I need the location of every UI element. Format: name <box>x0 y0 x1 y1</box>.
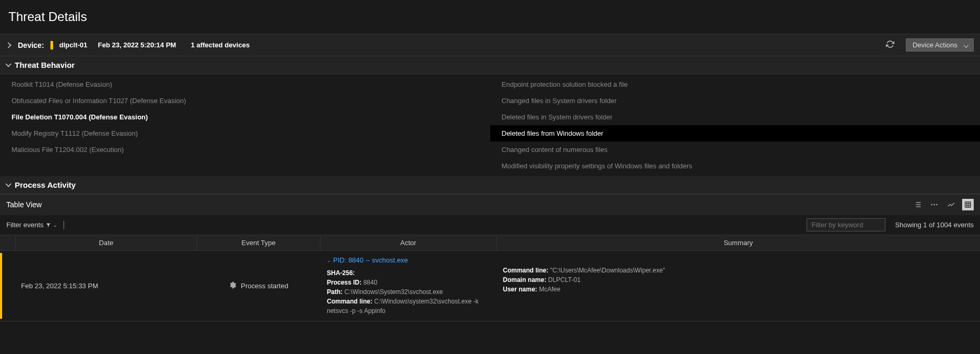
device-label: Device: <box>18 41 44 49</box>
chevron-right-icon[interactable] <box>5 42 11 48</box>
affected-devices[interactable]: 1 affected devices <box>191 41 250 49</box>
threat-behavior-item[interactable]: Endpoint protection solution blocked a f… <box>490 76 981 93</box>
device-actions-button[interactable]: Device Actions <box>906 38 974 52</box>
expand-column <box>0 235 16 250</box>
list-view-icon[interactable] <box>912 199 923 210</box>
actor-sha: SHA-256: <box>327 268 490 278</box>
table-header: Date Event Type Actor Summary <box>0 235 980 251</box>
threat-technique-item[interactable]: Malicious File T1204.002 (Execution) <box>0 141 490 158</box>
row-date: Feb 23, 2022 5:15:33 PM <box>5 251 197 321</box>
threat-behavior-item[interactable]: Modified visibility property settings of… <box>490 158 981 174</box>
threat-technique-item[interactable]: Rootkit T1014 (Defense Evasion) <box>0 76 490 93</box>
table-view-bar: Table View <box>0 194 980 215</box>
actor-cmd: Command line: C:\Windows\system32\svchos… <box>327 297 490 316</box>
threat-behavior-title: Threat Behavior <box>15 60 75 69</box>
filter-events-button[interactable]: Filter events ⌄ <box>6 221 57 229</box>
severity-indicator <box>50 41 53 49</box>
row-summary: Command line: "C:\Users\McAfee\Downloads… <box>497 251 980 321</box>
device-timestamp: Feb 23, 2022 5:20:14 PM <box>98 41 176 49</box>
actor-pid: Process ID: 8840 <box>327 278 490 287</box>
date-column-header[interactable]: Date <box>16 235 197 250</box>
gear-icon <box>229 281 236 290</box>
filter-bar: Filter events ⌄ Showing 1 of 1004 events <box>0 215 980 235</box>
process-activity-title: Process Activity <box>15 180 76 189</box>
device-bar: Device: dlpclt-01 Feb 23, 2022 5:20:14 P… <box>0 34 980 56</box>
threat-technique-item[interactable]: Modify Registry T1112 (Defense Evasion) <box>0 125 490 141</box>
refresh-icon[interactable] <box>886 40 894 50</box>
process-activity-header[interactable]: Process Activity <box>0 176 980 194</box>
actor-path: Path: C:\Windows\System32\svchost.exe <box>327 287 490 297</box>
graph-view-icon[interactable] <box>945 199 957 210</box>
summary-column-header[interactable]: Summary <box>497 235 980 250</box>
text-cursor <box>64 221 64 229</box>
table-row[interactable]: Feb 23, 2022 5:15:33 PM Process started … <box>0 251 980 321</box>
actor-column-header[interactable]: Actor <box>321 235 497 250</box>
pid-link-text: PID: 8840 -- svchost.exe <box>333 256 408 264</box>
chevron-down-icon <box>5 61 11 67</box>
more-icon[interactable] <box>929 199 940 210</box>
threat-techniques-list: Rootkit T1014 (Defense Evasion)Obfuscate… <box>0 74 490 176</box>
row-severity-marker <box>0 253 5 319</box>
filter-icon <box>46 222 51 228</box>
chevron-down-icon <box>5 181 11 187</box>
filter-keyword-input[interactable] <box>807 218 885 231</box>
threat-technique-item[interactable]: File Deletion T1070.004 (Defense Evasion… <box>0 109 490 125</box>
table-view-label: Table View <box>6 200 42 209</box>
threat-behavior-item[interactable]: Deleted files in System drivers folder <box>490 109 981 125</box>
chevron-down-icon: ⌄ <box>327 258 331 263</box>
pid-link[interactable]: ⌄ PID: 8840 -- svchost.exe <box>327 256 490 264</box>
page-title: Threat Details <box>0 0 980 34</box>
svg-point-6 <box>931 204 933 206</box>
device-name[interactable]: dlpclt-01 <box>59 41 87 49</box>
threat-behavior-item[interactable]: Deleted files from Windows folder <box>490 125 981 141</box>
svg-point-8 <box>936 204 937 206</box>
row-actor: ⌄ PID: 8840 -- svchost.exe SHA-256: Proc… <box>321 251 497 321</box>
event-type-column-header[interactable]: Event Type <box>197 235 321 250</box>
threat-behavior-item[interactable]: Changed files in System drivers folder <box>490 93 981 109</box>
summary-cmd: Command line: "C:\Users\McAfee\Downloads… <box>503 266 974 275</box>
summary-user: User name: McAfee <box>503 285 974 294</box>
svg-rect-9 <box>965 202 971 208</box>
threat-behavior-body: Rootkit T1014 (Defense Evasion)Obfuscate… <box>0 74 980 176</box>
showing-count: Showing 1 of 1004 events <box>895 221 974 229</box>
svg-point-7 <box>934 204 935 206</box>
row-event-type: Process started <box>197 251 321 321</box>
threat-behavior-header[interactable]: Threat Behavior <box>0 56 980 74</box>
summary-domain: Domain name: DLPCLT-01 <box>503 275 974 285</box>
threat-behavior-item[interactable]: Changed content of numerous files <box>490 141 981 158</box>
chevron-down-icon: ⌄ <box>53 222 57 228</box>
threat-technique-item[interactable]: Obfuscated Files or Information T1027 (D… <box>0 93 490 109</box>
threat-behaviors-list: Endpoint protection solution blocked a f… <box>490 74 981 176</box>
grid-view-icon[interactable] <box>962 199 974 210</box>
event-type-text: Process started <box>241 282 288 290</box>
filter-events-label: Filter events <box>6 221 44 229</box>
